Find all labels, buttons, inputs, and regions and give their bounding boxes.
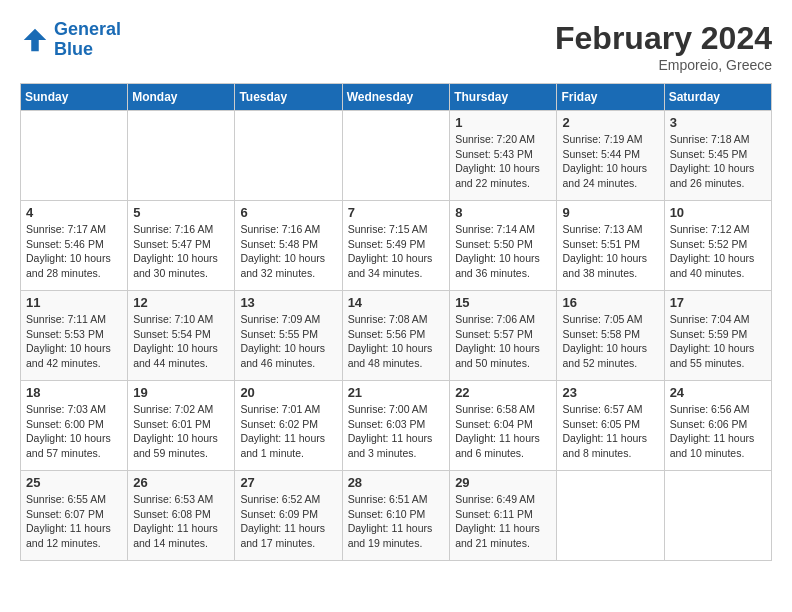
day-number: 3 xyxy=(670,115,766,130)
calendar-cell: 2Sunrise: 7:19 AM Sunset: 5:44 PM Daylig… xyxy=(557,111,664,201)
day-header-wednesday: Wednesday xyxy=(342,84,450,111)
day-detail: Sunrise: 7:08 AM Sunset: 5:56 PM Dayligh… xyxy=(348,312,445,371)
logo-text: General Blue xyxy=(54,20,121,60)
day-number: 2 xyxy=(562,115,658,130)
day-header-friday: Friday xyxy=(557,84,664,111)
day-number: 17 xyxy=(670,295,766,310)
title-block: February 2024 Emporeio, Greece xyxy=(555,20,772,73)
calendar-cell: 20Sunrise: 7:01 AM Sunset: 6:02 PM Dayli… xyxy=(235,381,342,471)
day-number: 8 xyxy=(455,205,551,220)
day-detail: Sunrise: 6:49 AM Sunset: 6:11 PM Dayligh… xyxy=(455,492,551,551)
calendar-cell: 10Sunrise: 7:12 AM Sunset: 5:52 PM Dayli… xyxy=(664,201,771,291)
calendar-cell: 21Sunrise: 7:00 AM Sunset: 6:03 PM Dayli… xyxy=(342,381,450,471)
day-header-thursday: Thursday xyxy=(450,84,557,111)
calendar-cell: 19Sunrise: 7:02 AM Sunset: 6:01 PM Dayli… xyxy=(128,381,235,471)
day-detail: Sunrise: 7:16 AM Sunset: 5:47 PM Dayligh… xyxy=(133,222,229,281)
day-number: 25 xyxy=(26,475,122,490)
day-number: 26 xyxy=(133,475,229,490)
calendar-cell: 6Sunrise: 7:16 AM Sunset: 5:48 PM Daylig… xyxy=(235,201,342,291)
day-detail: Sunrise: 7:05 AM Sunset: 5:58 PM Dayligh… xyxy=(562,312,658,371)
page-header: General Blue February 2024 Emporeio, Gre… xyxy=(20,20,772,73)
day-detail: Sunrise: 6:58 AM Sunset: 6:04 PM Dayligh… xyxy=(455,402,551,461)
calendar-cell xyxy=(664,471,771,561)
logo: General Blue xyxy=(20,20,121,60)
day-detail: Sunrise: 7:02 AM Sunset: 6:01 PM Dayligh… xyxy=(133,402,229,461)
day-number: 14 xyxy=(348,295,445,310)
day-detail: Sunrise: 7:16 AM Sunset: 5:48 PM Dayligh… xyxy=(240,222,336,281)
day-header-tuesday: Tuesday xyxy=(235,84,342,111)
day-detail: Sunrise: 7:09 AM Sunset: 5:55 PM Dayligh… xyxy=(240,312,336,371)
day-detail: Sunrise: 6:57 AM Sunset: 6:05 PM Dayligh… xyxy=(562,402,658,461)
calendar-header-row: SundayMondayTuesdayWednesdayThursdayFrid… xyxy=(21,84,772,111)
day-detail: Sunrise: 7:18 AM Sunset: 5:45 PM Dayligh… xyxy=(670,132,766,191)
day-number: 1 xyxy=(455,115,551,130)
day-detail: Sunrise: 6:52 AM Sunset: 6:09 PM Dayligh… xyxy=(240,492,336,551)
week-row-2: 4Sunrise: 7:17 AM Sunset: 5:46 PM Daylig… xyxy=(21,201,772,291)
day-number: 4 xyxy=(26,205,122,220)
calendar-cell xyxy=(128,111,235,201)
day-detail: Sunrise: 7:20 AM Sunset: 5:43 PM Dayligh… xyxy=(455,132,551,191)
day-detail: Sunrise: 7:10 AM Sunset: 5:54 PM Dayligh… xyxy=(133,312,229,371)
calendar-cell: 22Sunrise: 6:58 AM Sunset: 6:04 PM Dayli… xyxy=(450,381,557,471)
calendar-cell: 9Sunrise: 7:13 AM Sunset: 5:51 PM Daylig… xyxy=(557,201,664,291)
day-number: 27 xyxy=(240,475,336,490)
day-detail: Sunrise: 7:13 AM Sunset: 5:51 PM Dayligh… xyxy=(562,222,658,281)
day-number: 13 xyxy=(240,295,336,310)
calendar-cell: 7Sunrise: 7:15 AM Sunset: 5:49 PM Daylig… xyxy=(342,201,450,291)
day-number: 20 xyxy=(240,385,336,400)
day-number: 16 xyxy=(562,295,658,310)
calendar-cell: 25Sunrise: 6:55 AM Sunset: 6:07 PM Dayli… xyxy=(21,471,128,561)
day-detail: Sunrise: 6:53 AM Sunset: 6:08 PM Dayligh… xyxy=(133,492,229,551)
day-detail: Sunrise: 7:14 AM Sunset: 5:50 PM Dayligh… xyxy=(455,222,551,281)
day-number: 12 xyxy=(133,295,229,310)
day-detail: Sunrise: 7:06 AM Sunset: 5:57 PM Dayligh… xyxy=(455,312,551,371)
calendar-cell xyxy=(342,111,450,201)
day-detail: Sunrise: 6:55 AM Sunset: 6:07 PM Dayligh… xyxy=(26,492,122,551)
calendar-cell: 29Sunrise: 6:49 AM Sunset: 6:11 PM Dayli… xyxy=(450,471,557,561)
day-detail: Sunrise: 6:56 AM Sunset: 6:06 PM Dayligh… xyxy=(670,402,766,461)
day-number: 10 xyxy=(670,205,766,220)
day-detail: Sunrise: 7:01 AM Sunset: 6:02 PM Dayligh… xyxy=(240,402,336,461)
calendar-cell: 15Sunrise: 7:06 AM Sunset: 5:57 PM Dayli… xyxy=(450,291,557,381)
calendar-cell: 27Sunrise: 6:52 AM Sunset: 6:09 PM Dayli… xyxy=(235,471,342,561)
day-header-sunday: Sunday xyxy=(21,84,128,111)
calendar-cell: 26Sunrise: 6:53 AM Sunset: 6:08 PM Dayli… xyxy=(128,471,235,561)
calendar-cell: 8Sunrise: 7:14 AM Sunset: 5:50 PM Daylig… xyxy=(450,201,557,291)
day-detail: Sunrise: 7:17 AM Sunset: 5:46 PM Dayligh… xyxy=(26,222,122,281)
calendar-cell: 28Sunrise: 6:51 AM Sunset: 6:10 PM Dayli… xyxy=(342,471,450,561)
calendar-cell xyxy=(557,471,664,561)
day-detail: Sunrise: 7:15 AM Sunset: 5:49 PM Dayligh… xyxy=(348,222,445,281)
location: Emporeio, Greece xyxy=(555,57,772,73)
day-number: 9 xyxy=(562,205,658,220)
day-header-saturday: Saturday xyxy=(664,84,771,111)
calendar-cell: 18Sunrise: 7:03 AM Sunset: 6:00 PM Dayli… xyxy=(21,381,128,471)
day-number: 7 xyxy=(348,205,445,220)
calendar-cell: 12Sunrise: 7:10 AM Sunset: 5:54 PM Dayli… xyxy=(128,291,235,381)
day-number: 22 xyxy=(455,385,551,400)
calendar-cell xyxy=(235,111,342,201)
day-detail: Sunrise: 7:11 AM Sunset: 5:53 PM Dayligh… xyxy=(26,312,122,371)
day-number: 29 xyxy=(455,475,551,490)
day-detail: Sunrise: 7:12 AM Sunset: 5:52 PM Dayligh… xyxy=(670,222,766,281)
day-detail: Sunrise: 7:03 AM Sunset: 6:00 PM Dayligh… xyxy=(26,402,122,461)
calendar-cell: 11Sunrise: 7:11 AM Sunset: 5:53 PM Dayli… xyxy=(21,291,128,381)
calendar-cell: 3Sunrise: 7:18 AM Sunset: 5:45 PM Daylig… xyxy=(664,111,771,201)
calendar-cell: 4Sunrise: 7:17 AM Sunset: 5:46 PM Daylig… xyxy=(21,201,128,291)
month-title: February 2024 xyxy=(555,20,772,57)
day-number: 21 xyxy=(348,385,445,400)
day-detail: Sunrise: 7:19 AM Sunset: 5:44 PM Dayligh… xyxy=(562,132,658,191)
day-detail: Sunrise: 7:04 AM Sunset: 5:59 PM Dayligh… xyxy=(670,312,766,371)
calendar-cell: 16Sunrise: 7:05 AM Sunset: 5:58 PM Dayli… xyxy=(557,291,664,381)
day-number: 5 xyxy=(133,205,229,220)
calendar-cell: 23Sunrise: 6:57 AM Sunset: 6:05 PM Dayli… xyxy=(557,381,664,471)
day-detail: Sunrise: 7:00 AM Sunset: 6:03 PM Dayligh… xyxy=(348,402,445,461)
day-number: 15 xyxy=(455,295,551,310)
calendar-cell: 24Sunrise: 6:56 AM Sunset: 6:06 PM Dayli… xyxy=(664,381,771,471)
week-row-4: 18Sunrise: 7:03 AM Sunset: 6:00 PM Dayli… xyxy=(21,381,772,471)
day-number: 18 xyxy=(26,385,122,400)
calendar-body: 1Sunrise: 7:20 AM Sunset: 5:43 PM Daylig… xyxy=(21,111,772,561)
day-number: 6 xyxy=(240,205,336,220)
week-row-1: 1Sunrise: 7:20 AM Sunset: 5:43 PM Daylig… xyxy=(21,111,772,201)
calendar-cell xyxy=(21,111,128,201)
day-number: 23 xyxy=(562,385,658,400)
